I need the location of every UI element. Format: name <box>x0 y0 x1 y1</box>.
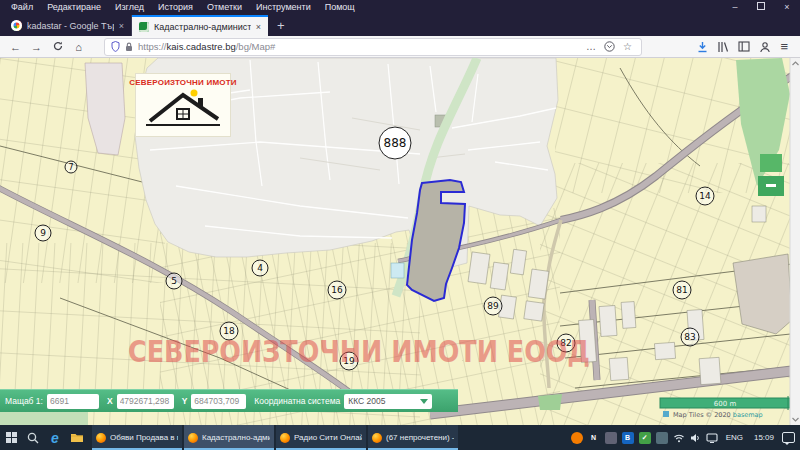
firefox-icon <box>280 433 290 443</box>
back-button[interactable]: ← <box>6 37 25 57</box>
y-label: Y <box>182 396 188 406</box>
lock-icon[interactable] <box>125 42 133 52</box>
start-button[interactable] <box>0 425 22 450</box>
tab-cadastre[interactable]: Кадастрално-административн... × <box>132 15 268 36</box>
library-icon[interactable] <box>717 41 729 53</box>
scale-input[interactable] <box>47 394 99 409</box>
edge-button[interactable]: e <box>44 425 66 450</box>
display-icon[interactable] <box>706 433 718 443</box>
tab-bar: kadastar - Google Търсене × Кадастрално-… <box>0 15 800 36</box>
parcel-label-text: 14 <box>699 191 711 201</box>
close-button[interactable]: × <box>774 0 800 15</box>
parcel-label-text: 16 <box>331 285 343 295</box>
menu-item[interactable]: Изглед <box>108 0 151 15</box>
menu-item[interactable]: История <box>151 0 200 15</box>
tray-app2-icon[interactable]: N <box>588 432 600 444</box>
new-tab-button[interactable]: + <box>268 15 294 36</box>
screen: ФайлРедактиранеИзгледИсторияОтметкиИнстр… <box>0 0 800 450</box>
menu-item[interactable]: Файл <box>4 0 40 15</box>
tracking-shield-icon[interactable] <box>111 41 120 52</box>
hamburger-menu-icon[interactable]: ≡ <box>780 37 788 57</box>
map-status-bar: Мащаб 1: X Y Координатна система ККС 200… <box>0 389 458 412</box>
maximize-icon <box>757 2 765 10</box>
downloads-icon[interactable] <box>697 41 708 53</box>
attribution-text: Map Tiles © 2020 <box>673 411 733 419</box>
clock[interactable]: 15:09 <box>751 433 777 442</box>
scale-bar-label: 600 m <box>714 400 737 408</box>
windows-taskbar: e Обяви Продава в гра...Кадастрално-адми… <box>0 425 800 450</box>
attribution-link[interactable]: basemap <box>733 411 763 419</box>
page-actions-button[interactable]: … <box>583 41 599 52</box>
parcel-label-text: 888 <box>384 136 407 150</box>
parcel-label-text: 5 <box>171 276 177 286</box>
action-center-icon[interactable] <box>782 432 795 443</box>
parcel-label-text: 89 <box>487 301 499 311</box>
taskbar-task-button[interactable]: Кадастрално-админ... <box>184 425 274 450</box>
menu-item[interactable]: Редактиране <box>40 0 108 15</box>
sidebar-icon[interactable] <box>738 41 750 52</box>
parcel-label-text: 4 <box>257 263 263 273</box>
bookmark-star-icon[interactable]: ☆ <box>620 41 635 52</box>
water-parcel <box>391 263 404 278</box>
taskbar-task-button[interactable]: Радио Сити Онлайн |... <box>276 425 366 450</box>
x-label: X <box>107 396 113 406</box>
language-indicator[interactable]: ENG <box>723 433 746 442</box>
reload-button[interactable] <box>48 37 67 57</box>
tab-close-icon[interactable]: × <box>256 22 261 32</box>
taskbar-search-button[interactable] <box>22 425 44 450</box>
taskbar-task-button[interactable]: (67 непрочетени) - А... <box>368 425 458 450</box>
url-scheme: https:// <box>138 41 167 52</box>
house-icon <box>138 87 228 129</box>
tab-google-search[interactable]: kadastar - Google Търсене × <box>4 15 132 36</box>
taskbar-task-button[interactable]: Обяви Продава в гра... <box>92 425 182 450</box>
coordinate-system-select[interactable]: ККС 2005 <box>344 394 432 409</box>
scrollbar[interactable] <box>790 58 800 425</box>
minimize-button[interactable]: – <box>722 0 748 15</box>
file-explorer-button[interactable] <box>66 425 88 450</box>
parcel-label-text: 9 <box>40 228 46 238</box>
maximize-button[interactable] <box>748 0 774 15</box>
pocket-icon[interactable] <box>604 41 615 52</box>
map-canvas: 600 m Map Tiles © 2020 basemap 888975416… <box>0 58 800 425</box>
firefox-icon <box>372 433 382 443</box>
watermark-text: СЕВЕРОИЗТОЧНИ ИМОТИ ЕООД <box>128 333 590 369</box>
menu-item[interactable]: Инструменти <box>249 0 318 15</box>
tab-title: kadastar - Google Търсене <box>27 21 114 31</box>
navigation-toolbar: ← → ⌂ https://kais.cadastre.bg/bg/Map# …… <box>0 36 800 58</box>
task-buttons: Обяви Продава в гра...Кадастрално-админ.… <box>92 425 460 450</box>
home-button[interactable]: ⌂ <box>69 37 88 57</box>
tray-app1-icon[interactable] <box>571 432 583 444</box>
windows-logo-icon <box>6 432 17 443</box>
toolbar-buttons: ≡ <box>697 37 794 57</box>
parcel-label-text: 7 <box>68 163 73 172</box>
svg-text:Map Tiles © 2020 basemap: Map Tiles © 2020 basemap <box>673 411 763 419</box>
parcel-label-text: 81 <box>676 285 687 295</box>
speaker-icon[interactable] <box>690 433 701 443</box>
folder-icon <box>70 432 84 443</box>
menu-item[interactable]: Отметки <box>200 0 249 15</box>
tab-title: Кадастрално-административн... <box>154 22 251 32</box>
x-coordinate-input[interactable] <box>117 394 174 409</box>
coordinate-system-label: Координатна система <box>254 396 340 406</box>
parcel-label-text: 83 <box>684 332 695 342</box>
browser-menubar: ФайлРедактиранеИзгледИсторияОтметкиИнстр… <box>0 0 800 15</box>
url-path: /bg/Map# <box>236 41 276 52</box>
firefox-icon <box>96 433 106 443</box>
account-icon[interactable] <box>759 41 771 53</box>
map-attribution: Map Tiles © 2020 basemap <box>663 411 763 419</box>
forward-button[interactable]: → <box>27 37 46 57</box>
realty-logo-text: СЕВЕРОИЗТОЧНИ ИМОТИ <box>129 78 237 87</box>
tray-antivirus-icon[interactable]: ✓ <box>639 432 651 444</box>
y-coordinate-input[interactable] <box>191 394 246 409</box>
tray-app4-icon[interactable]: B <box>622 432 634 444</box>
menu-item[interactable]: Помощ <box>318 0 362 15</box>
tab-close-icon[interactable]: × <box>119 21 124 31</box>
cadastre-map[interactable]: 600 m Map Tiles © 2020 basemap 888975416… <box>0 58 800 425</box>
network-icon[interactable] <box>673 433 685 443</box>
address-bar[interactable]: https://kais.cadastre.bg/bg/Map# … ☆ <box>104 38 642 56</box>
edge-icon: e <box>51 430 59 446</box>
tray-app5-icon[interactable] <box>656 432 668 444</box>
menu-items: ФайлРедактиранеИзгледИсторияОтметкиИнстр… <box>4 0 362 15</box>
system-tray: N B ✓ ENG 15:09 <box>571 432 800 444</box>
tray-app3-icon[interactable] <box>605 432 617 444</box>
